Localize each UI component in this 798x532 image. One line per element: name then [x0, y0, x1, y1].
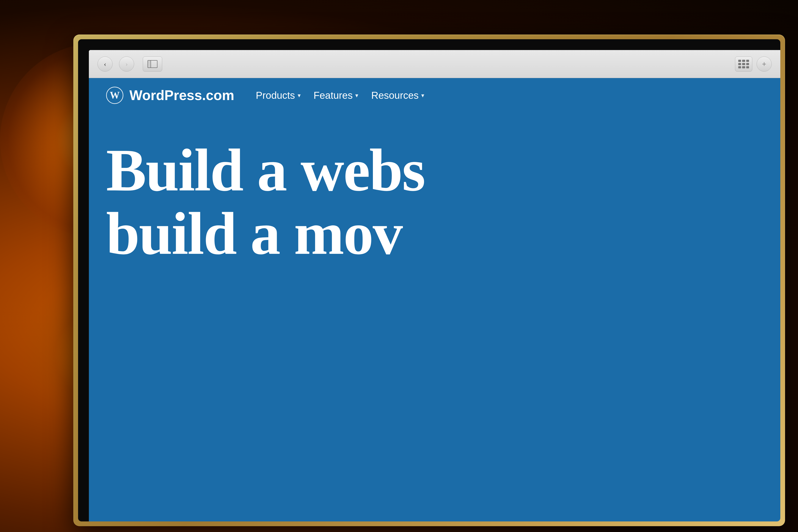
- grid-view-button[interactable]: [735, 57, 752, 72]
- laptop-device: ‹ ›: [73, 35, 785, 526]
- hero-headline-line2: build a mov: [106, 202, 763, 265]
- forward-button[interactable]: ›: [119, 57, 134, 72]
- sidebar-toggle-button[interactable]: [143, 57, 162, 72]
- grid-dot: [738, 60, 741, 62]
- nav-resources-chevron: ▾: [421, 92, 424, 99]
- grid-dot: [738, 63, 741, 65]
- plus-icon: +: [762, 59, 766, 69]
- hero-headline-line1: Build a webs: [106, 138, 763, 202]
- nav-features-label: Features: [314, 90, 353, 101]
- nav-item-features[interactable]: Features ▾: [314, 90, 358, 101]
- nav-resources-label: Resources: [371, 90, 419, 101]
- wordpress-navbar: W WordPress.com Products ▾ Features ▾: [89, 78, 780, 113]
- grid-dot: [746, 66, 749, 68]
- back-button[interactable]: ‹: [97, 57, 113, 72]
- nav-products-chevron: ▾: [298, 92, 301, 99]
- grid-dot: [746, 63, 749, 65]
- laptop-inner-bezel: ‹ ›: [78, 39, 780, 521]
- wordpress-logo[interactable]: W WordPress.com: [106, 87, 234, 104]
- sidebar-toggle-icon: [148, 60, 157, 68]
- grid-dot: [746, 60, 749, 62]
- nav-item-resources[interactable]: Resources ▾: [371, 90, 424, 101]
- forward-icon: ›: [126, 60, 128, 68]
- browser-chrome: ‹ ›: [89, 50, 780, 78]
- nav-item-products[interactable]: Products ▾: [256, 90, 301, 101]
- wordpress-site-name: WordPress.com: [129, 87, 234, 103]
- grid-dot: [742, 66, 745, 68]
- wordpress-hero: Build a webs build a mov: [89, 113, 780, 265]
- laptop-screen: ‹ ›: [89, 50, 780, 521]
- new-tab-button[interactable]: +: [757, 57, 772, 72]
- website-content: W WordPress.com Products ▾ Features ▾: [89, 78, 780, 521]
- wordpress-logo-circle: W: [106, 87, 124, 104]
- grid-dot: [738, 66, 741, 68]
- nav-products-label: Products: [256, 90, 295, 101]
- grid-dot: [742, 60, 745, 62]
- nav-features-chevron: ▾: [355, 92, 358, 99]
- grid-dot: [742, 63, 745, 65]
- browser-right-controls: +: [735, 57, 772, 72]
- wordpress-logo-letter: W: [110, 90, 120, 100]
- wordpress-nav-items: Products ▾ Features ▾ Resources ▾: [256, 90, 424, 101]
- back-icon: ‹: [104, 60, 106, 68]
